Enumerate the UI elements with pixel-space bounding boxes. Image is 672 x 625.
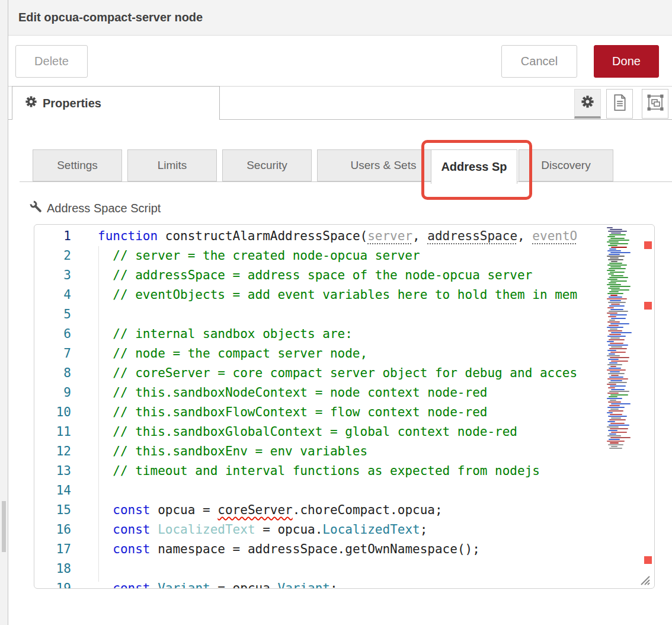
minimap-row [610, 428, 628, 429]
minimap-row [607, 312, 617, 314]
minimap-row [609, 339, 625, 340]
minimap-row [607, 378, 628, 380]
minimap-row [609, 439, 620, 440]
tab-address-space[interactable]: Address Sp [431, 149, 517, 184]
group-selection-icon [647, 94, 664, 114]
appearance-view-button[interactable] [642, 89, 668, 119]
code-text: // eventObjects = add event variables he… [98, 285, 577, 305]
resize-grip-icon[interactable] [640, 575, 650, 585]
tab-limits[interactable]: Limits [127, 149, 217, 181]
tab-security[interactable]: Security [222, 149, 312, 181]
code-text: // internal sandbox objects are: [98, 324, 353, 344]
properties-view-button[interactable] [574, 89, 601, 119]
description-view-button[interactable] [606, 89, 633, 119]
indent-guide [98, 246, 99, 582]
tab-settings[interactable]: Settings [33, 149, 122, 181]
code-line: 5 [34, 305, 605, 324]
minimap-row [608, 245, 617, 246]
tab-discovery[interactable]: Discovery [519, 149, 613, 181]
delete-button[interactable]: Delete [15, 45, 88, 78]
minimap-row [611, 275, 623, 276]
minimap[interactable] [606, 227, 633, 571]
error-marker[interactable] [644, 302, 652, 310]
code-line: 11 // this.sandboxGlobalContext = global… [34, 422, 605, 442]
minimap-row [609, 325, 619, 326]
minimap-row [610, 280, 627, 282]
minimap-row [610, 309, 623, 310]
line-number: 14 [34, 481, 98, 500]
minimap-row [610, 366, 616, 367]
minimap-row [611, 318, 626, 319]
code-line: 14 [34, 481, 605, 500]
tab-users-sets[interactable]: Users & Sets [317, 149, 450, 181]
minimap-row [611, 432, 627, 433]
dialog-title: Edit opcua-compact-server node [18, 11, 203, 24]
minimap-row [607, 227, 613, 228]
line-number: 12 [34, 442, 98, 461]
minimap-row [610, 314, 627, 315]
minimap-row [610, 371, 620, 372]
code-line: 4 // eventObjects = add event variables … [34, 285, 605, 305]
code-text: // this.sandboxGlobalContext = global co… [98, 422, 517, 442]
tab-security-label: Security [247, 159, 287, 172]
tab-users-sets-label: Users & Sets [351, 159, 417, 172]
minimap-row [607, 364, 622, 365]
done-button[interactable]: Done [594, 45, 659, 78]
code-text: // this.sandboxNodeContext = node contex… [98, 383, 487, 403]
code-line: 16 const LocalizedText = opcua.Localized… [34, 520, 605, 540]
tabs-underline [20, 181, 672, 182]
minimap-row [609, 334, 621, 335]
code-editor[interactable]: 1function constructAlarmAddressSpace(ser… [34, 224, 655, 589]
minimap-row [608, 302, 626, 303]
code-text: // this.sandboxEnv = env variables [98, 442, 367, 461]
minimap-row [611, 247, 627, 248]
minimap-row [608, 259, 623, 260]
error-marker[interactable] [644, 556, 652, 564]
minimap-row [609, 391, 629, 392]
minimap-row [611, 261, 617, 262]
error-marker[interactable] [644, 241, 652, 249]
code-text: // this.sandboxFlowContext = flow contex… [98, 403, 487, 422]
minimap-row [609, 305, 625, 307]
minimap-row [610, 300, 621, 301]
minimap-row [607, 236, 615, 237]
minimap-row [609, 410, 623, 412]
minimap-row [610, 380, 622, 381]
minimap-row [608, 288, 620, 289]
gear-icon [581, 95, 594, 110]
minimap-row [610, 414, 622, 415]
minimap-row [608, 430, 617, 431]
line-number: 13 [34, 461, 98, 481]
minimap-row [611, 232, 621, 234]
code-line: 12 // this.sandboxEnv = env variables [34, 442, 605, 461]
minimap-row [610, 272, 625, 273]
minimap-row [608, 359, 619, 360]
tab-properties[interactable]: Properties [12, 86, 220, 120]
address-space-script-label: Address Space Script [30, 200, 161, 216]
line-number: 7 [34, 344, 98, 363]
code-line: 9 // this.sandboxNodeContext = node cont… [34, 383, 605, 403]
page-scrollbar[interactable] [2, 501, 6, 552]
code-text: // timeout and interval functions as exp… [98, 461, 540, 481]
minimap-row [609, 320, 615, 321]
minimap-row [608, 401, 621, 403]
minimap-row [607, 435, 621, 436]
minimap-row [611, 375, 619, 376]
minimap-row [610, 266, 621, 267]
code-text: // server = the created node-opcua serve… [98, 246, 420, 266]
line-number: 17 [34, 540, 98, 559]
minimap-row [607, 250, 621, 251]
minimap-row [609, 268, 626, 269]
minimap-row [609, 425, 629, 426]
cancel-button[interactable]: Cancel [501, 45, 577, 78]
minimap-row [610, 352, 626, 353]
document-icon [613, 94, 627, 113]
minimap-row [609, 248, 616, 250]
minimap-row [611, 417, 621, 419]
minimap-row [608, 330, 622, 331]
minimap-row [610, 252, 631, 253]
line-number: 18 [34, 559, 98, 579]
minimap-row [607, 264, 627, 266]
line-number: 11 [34, 422, 98, 442]
minimap-row [611, 289, 629, 291]
